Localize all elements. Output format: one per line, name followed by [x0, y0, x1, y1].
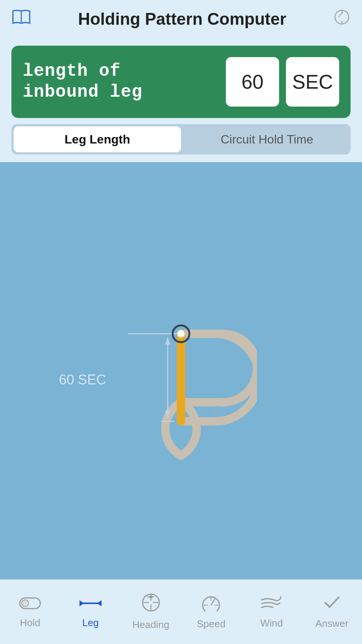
- up-arrow: [165, 337, 170, 344]
- svg-point-7: [22, 600, 29, 607]
- tab-heading-label: Heading: [132, 619, 169, 631]
- card-inputs: 60 SEC: [226, 57, 339, 107]
- leg-icon: [79, 595, 102, 614]
- tab-answer-label: Answer: [315, 618, 348, 630]
- hold-icon: [19, 595, 41, 614]
- diagram-area: 60 SEC: [0, 162, 362, 597]
- compass-icon[interactable]: [333, 8, 351, 30]
- toggle-leg-length[interactable]: Leg Length: [14, 126, 181, 152]
- fix-circle-inner: [177, 330, 185, 338]
- svg-marker-9: [79, 600, 84, 606]
- wind-icon: [260, 595, 283, 614]
- diagram-label: 60 SEC: [59, 372, 106, 388]
- tab-heading[interactable]: Heading: [121, 593, 181, 631]
- toggle-row: Leg Length Circuit Hold Time: [11, 124, 351, 155]
- app-header: Holding Pattern Computer: [0, 0, 362, 38]
- tab-wind[interactable]: Wind: [241, 595, 302, 629]
- svg-marker-10: [97, 600, 102, 606]
- card-area: length of inbound leg 60 SEC Leg Length …: [0, 38, 362, 162]
- tab-answer[interactable]: Answer: [302, 594, 362, 630]
- tab-wind-label: Wind: [260, 617, 283, 629]
- card-label: length of inbound leg: [23, 61, 143, 103]
- speed-icon: [201, 594, 221, 615]
- toggle-circuit-hold-time[interactable]: Circuit Hold Time: [183, 124, 351, 155]
- answer-icon: [324, 594, 340, 615]
- unit-input[interactable]: SEC: [286, 57, 339, 107]
- tab-hold-label: Hold: [20, 617, 40, 629]
- heading-icon: [141, 593, 160, 616]
- tab-leg-label: Leg: [82, 617, 98, 629]
- page-title: Holding Pattern Computer: [78, 10, 286, 29]
- tab-hold[interactable]: Hold: [0, 595, 60, 629]
- tab-speed[interactable]: Speed: [181, 594, 241, 630]
- value-input[interactable]: 60: [226, 57, 279, 107]
- svg-line-19: [211, 598, 215, 605]
- tab-leg[interactable]: Leg: [60, 595, 121, 629]
- green-card: length of inbound leg 60 SEC: [11, 46, 351, 118]
- down-arrow-indicator: [211, 406, 220, 416]
- svg-line-4: [338, 12, 343, 17]
- holding-pattern-diagram: [105, 296, 257, 463]
- tab-speed-label: Speed: [197, 618, 225, 630]
- book-icon[interactable]: [11, 9, 31, 29]
- tab-bar: Hold Leg Heading: [0, 579, 362, 644]
